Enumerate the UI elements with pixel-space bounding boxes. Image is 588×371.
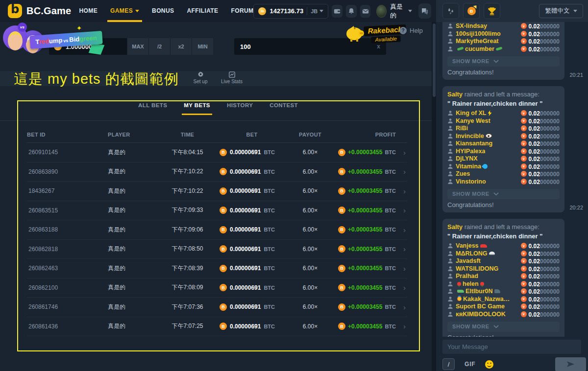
- chevron-down-icon: [493, 192, 499, 196]
- table-row[interactable]: 260863188真是的下午7:09:060.00000691BTC6.00×+…: [27, 220, 407, 240]
- bet-x2-button[interactable]: x2: [170, 38, 192, 55]
- payout-cell: 6.00×: [288, 168, 332, 175]
- language-selector[interactable]: 繁體中文: [539, 4, 583, 18]
- tab-history[interactable]: HISTORY: [226, 102, 254, 108]
- rain-recipient-name[interactable]: SX-lindsay: [456, 23, 487, 29]
- person-icon: [447, 163, 453, 169]
- player-cell[interactable]: 真是的: [108, 187, 159, 195]
- player-cell[interactable]: 真是的: [108, 322, 159, 330]
- profit-unit: BTC: [385, 265, 396, 271]
- rain-recipient-row: WATSILIDONG0.02000000: [447, 265, 560, 273]
- table-row[interactable]: 260862463真是的下午7:08:390.00000691BTC6.00×+…: [27, 259, 407, 278]
- sparkle-icon: ✦: [76, 24, 82, 32]
- table-row[interactable]: 260862100真是的下午7:08:090.00000691BTC6.00×+…: [27, 278, 407, 298]
- rain-recipient-name[interactable]: Kakak_Nazwa…: [463, 296, 510, 302]
- player-cell[interactable]: 真是的: [108, 206, 159, 214]
- rain-recipient-name[interactable]: Invincible: [456, 133, 484, 139]
- rain-recipient-name[interactable]: Vanjess: [456, 242, 479, 249]
- coin-drop-button[interactable]: [463, 3, 480, 19]
- rain-recipient-name[interactable]: RiBi: [456, 125, 468, 132]
- bet-min-button[interactable]: MIN: [192, 38, 213, 55]
- table-row[interactable]: 260910145真是的下午8:04:150.00000691BTC6.00×+…: [27, 143, 407, 162]
- messages-button[interactable]: [360, 5, 371, 18]
- rain-sender-name[interactable]: Salty: [447, 223, 463, 231]
- profit-unit: BTC: [385, 169, 396, 175]
- player-cell[interactable]: 真是的: [108, 264, 159, 273]
- player-cell[interactable]: 真是的: [108, 283, 159, 292]
- emoji-picker-button[interactable]: [485, 360, 493, 369]
- rain-recipient-name[interactable]: MΔRLONG: [456, 250, 488, 257]
- rain-recipient-row: Invincible0.02000000: [447, 132, 560, 140]
- nav-item-bonus[interactable]: BONUS: [152, 0, 174, 22]
- rain-recipient-name[interactable]: cucumber: [465, 46, 494, 52]
- chat-toggle-button[interactable]: [418, 3, 431, 19]
- setup-button[interactable]: Set up: [189, 71, 212, 84]
- bet-max-button[interactable]: MAX: [127, 38, 148, 55]
- show-more-button[interactable]: SHOW MORE: [447, 189, 560, 199]
- rain-recipient-name[interactable]: MarkytheGreat: [456, 38, 499, 45]
- person-icon: [447, 179, 453, 185]
- wallet-button[interactable]: [332, 5, 343, 18]
- rain-button[interactable]: [442, 3, 459, 19]
- nav-item-home[interactable]: HOME: [79, 0, 98, 22]
- bet-2-button[interactable]: /2: [148, 38, 170, 55]
- scrollbar-thumb[interactable]: [433, 23, 436, 97]
- rain-recipient-name[interactable]: Kiansantang: [456, 140, 492, 147]
- rain-recipient-name[interactable]: Javadsft: [456, 257, 481, 264]
- rain-recipient-row: MarkytheGreat0.02000000: [447, 38, 560, 46]
- rain-recipient-name[interactable]: ᴋʀKIMBOOLOOK: [456, 311, 506, 318]
- rain-recipient-name[interactable]: HYIPalexa: [456, 148, 485, 155]
- balance-dropdown[interactable]: 1427136.73 JB: [253, 4, 328, 19]
- contest-button[interactable]: [484, 3, 500, 19]
- live-stats-button[interactable]: Live Stats: [217, 71, 246, 84]
- promo-banner-trump-vs-biden[interactable]: vs TredumpvsBidgreen ✦: [3, 23, 106, 58]
- player-cell[interactable]: 真是的: [108, 226, 159, 234]
- rain-amount-dim: 000000: [540, 179, 560, 186]
- player-cell[interactable]: 真是的: [108, 245, 159, 253]
- rain-sender-name[interactable]: Salty: [447, 91, 463, 98]
- rain-recipient-name[interactable]: Suport BC Game: [456, 303, 505, 310]
- rain-recipient-name[interactable]: Pralhad: [456, 273, 478, 279]
- table-row[interactable]: 260862818真是的下午7:08:500.00000691BTC6.00×+…: [27, 240, 407, 259]
- rain-coin-icon: [521, 23, 527, 29]
- btc-coin-icon: [338, 303, 345, 311]
- send-message-button[interactable]: [555, 357, 586, 371]
- gif-button[interactable]: GIF: [465, 361, 475, 368]
- table-row[interactable]: 260863515真是的下午7:09:330.00000691BTC6.00×+…: [27, 201, 407, 221]
- rain-recipient-name[interactable]: Vinstorino: [456, 178, 486, 185]
- player-cell[interactable]: 真是的: [108, 148, 159, 157]
- chat-message-input[interactable]: [442, 340, 581, 354]
- rain-recipient-name[interactable]: Kanye West: [456, 117, 490, 124]
- rain-recipient-name[interactable]: Zues: [456, 170, 470, 177]
- notifications-button[interactable]: [346, 5, 357, 18]
- nav-item-forum[interactable]: FORUM: [231, 0, 253, 22]
- player-cell[interactable]: 真是的: [108, 167, 159, 176]
- rain-recipient-name[interactable]: helen: [463, 280, 479, 287]
- slash-commands-button[interactable]: /: [442, 358, 455, 370]
- user-menu[interactable]: 真是的: [376, 2, 412, 20]
- rain-coin-icon: [521, 125, 527, 131]
- table-row[interactable]: 260861746真是的下午7:07:360.00000691BTC6.00×+…: [27, 298, 407, 317]
- rain-recipient-name[interactable]: EltIbur0N: [466, 288, 493, 295]
- rain-recipient-name[interactable]: 100siji1000limo: [456, 30, 501, 37]
- rain-recipient-name[interactable]: Vitamina: [456, 163, 481, 170]
- show-more-button[interactable]: SHOW MORE: [447, 56, 560, 67]
- tab-my-bets[interactable]: MY BETS: [183, 102, 211, 108]
- rain-recipient-name[interactable]: DjLYNX: [456, 155, 478, 162]
- nav-item-games[interactable]: GAMES: [110, 0, 139, 22]
- show-more-button[interactable]: SHOW MORE: [447, 322, 560, 332]
- nav-item-affiliate[interactable]: AFFILIATE: [187, 0, 218, 22]
- rain-amount-dim: 000000: [540, 311, 560, 318]
- profit-unit: BTC: [385, 188, 396, 194]
- table-row[interactable]: 260863890真是的下午7:10:220.00000691BTC6.00×+…: [27, 162, 407, 182]
- tab-all-bets[interactable]: ALL BETS: [137, 102, 168, 108]
- player-cell[interactable]: 真是的: [108, 303, 159, 311]
- table-row[interactable]: 18436267真是的下午7:10:220.00000691BTC6.00×+0…: [27, 182, 407, 201]
- table-row[interactable]: 260861436真是的下午7:07:250.00000691BTC6.00×+…: [27, 317, 407, 337]
- rain-recipient-name[interactable]: WATSILIDONG: [456, 265, 498, 272]
- help-button[interactable]: ? Help: [399, 27, 423, 34]
- tab-contest[interactable]: CONTEST: [269, 102, 299, 108]
- rain-recipient-name[interactable]: King of XL: [456, 110, 487, 116]
- bcgame-logo[interactable]: BC.Game: [8, 4, 71, 18]
- rakeback-badge[interactable]: Rakeback Available: [344, 23, 406, 43]
